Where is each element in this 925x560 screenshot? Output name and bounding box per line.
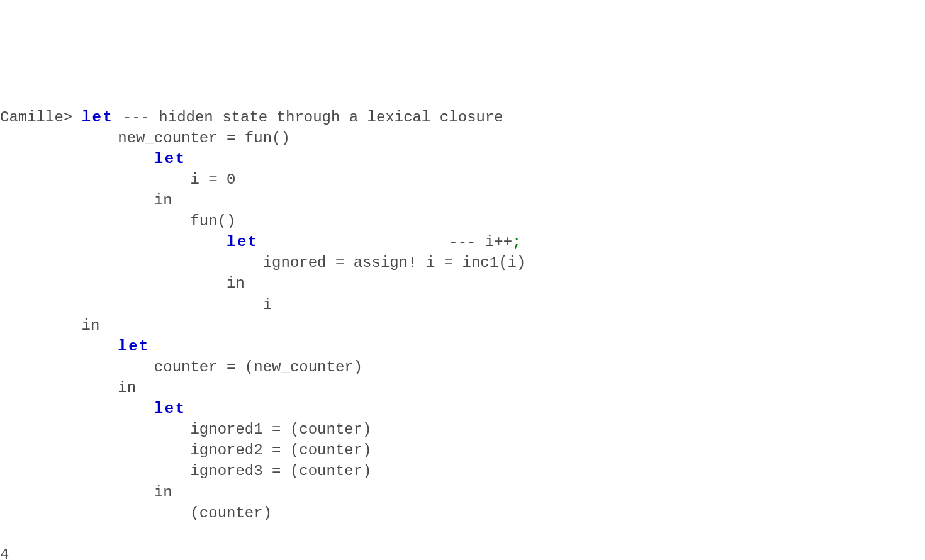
code-line: i = 0	[0, 171, 235, 188]
comment-text: --- i++	[259, 233, 512, 250]
code-line: counter = (new_counter)	[0, 359, 362, 376]
code-line: in	[0, 379, 136, 396]
result-output: 4	[0, 546, 9, 560]
comment-text: --- hidden state through a lexical closu…	[113, 109, 503, 126]
keyword-let: let	[118, 338, 150, 355]
keyword-let: let	[154, 150, 186, 167]
keyword-let: let	[227, 233, 259, 250]
indent	[0, 233, 227, 250]
code-line: ignored3 = (counter)	[0, 462, 372, 479]
code-line: (counter)	[0, 505, 272, 522]
code-block: Camille> let --- hidden state through a …	[0, 83, 925, 560]
indent	[0, 338, 118, 355]
code-line: in	[0, 317, 99, 334]
code-line: i	[0, 296, 272, 313]
indent	[0, 150, 154, 167]
keyword-let: let	[154, 400, 186, 417]
code-line: ignored2 = (counter)	[0, 442, 372, 459]
code-line: in	[0, 484, 172, 501]
prompt-text: Camille>	[0, 109, 82, 126]
semicolon: ;	[512, 233, 521, 250]
code-line: ignored = assign! i = inc1(i)	[0, 254, 525, 271]
code-line: in	[0, 192, 172, 209]
indent	[0, 400, 154, 417]
keyword-let: let	[82, 109, 114, 126]
code-line: fun()	[0, 213, 235, 230]
code-line: new_counter = fun()	[0, 130, 290, 147]
code-line: in	[0, 275, 245, 292]
code-line: ignored1 = (counter)	[0, 421, 372, 438]
